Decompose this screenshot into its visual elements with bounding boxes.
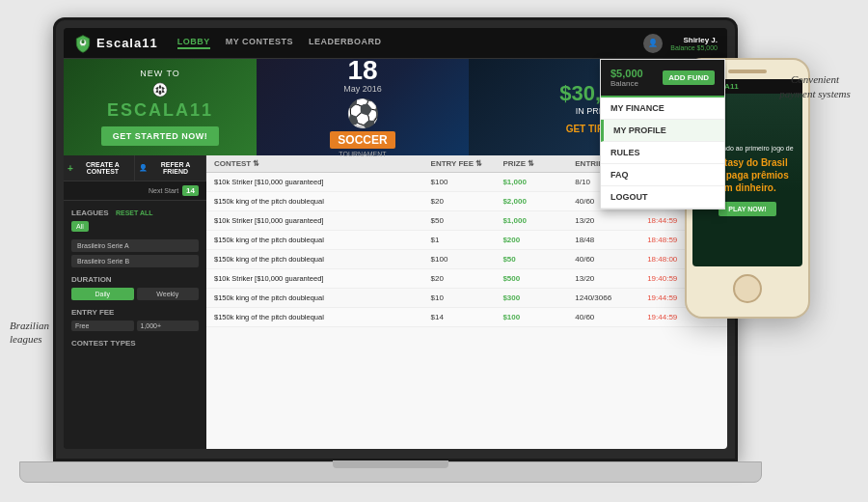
hero-month-year: May 2016 — [343, 84, 382, 94]
entry-fee: $14 — [431, 313, 503, 321]
sidebar-actions: + CREATE A CONTEST 👤 REFER A FRIEND — [64, 155, 206, 181]
table-row[interactable]: $10k Striker [$10,000 guaranteed] $50 $1… — [206, 211, 727, 231]
contest-name: $150k king of the pitch doublequal — [214, 293, 431, 302]
nav-contests[interactable]: MY CONTESTS — [226, 37, 293, 49]
table-row[interactable]: $150k king of the pitch doublequal $1 $2… — [206, 231, 727, 250]
scene: Escala11 LOBBY MY CONTESTS LEADERBOARD 👤… — [0, 0, 868, 502]
next-start-bar: Next Start 14 — [64, 181, 206, 201]
user-info: Shirley J. Balance $5,000 — [670, 36, 718, 51]
weekly-button[interactable]: Weekly — [137, 288, 200, 300]
add-fund-button[interactable]: ADD FUND — [663, 70, 715, 85]
dropdown-my-finance[interactable]: MY FINANCE — [601, 98, 724, 120]
phone-play-button[interactable]: PLAY NOW! — [719, 202, 775, 216]
table-body: $10k Striker [$10,000 guaranteed] $100 $… — [206, 173, 727, 449]
contest-name: $150k king of the pitch doublequal — [214, 197, 431, 206]
dropdown-rules[interactable]: RULES — [601, 142, 724, 164]
contest-name: $150k king of the pitch doublequal — [214, 236, 431, 244]
contest-types-label: Contest Types — [71, 339, 199, 348]
prize-amount: $300 — [502, 293, 575, 302]
duration-label: Duration — [71, 275, 199, 284]
contest-name: $150k king of the pitch doublequal — [214, 313, 431, 321]
contest-name: $150k king of the pitch doublequal — [214, 255, 431, 264]
user-name: Shirley J. — [670, 36, 718, 44]
phone-speaker — [728, 70, 767, 73]
hero-tournament-label: Tournament — [339, 151, 386, 157]
table-row[interactable]: $150k king of the pitch doublequal $14 $… — [206, 308, 727, 327]
prize-amount: $200 — [502, 236, 575, 244]
prize-amount: $500 — [502, 274, 575, 283]
user-balance: Balance $5,000 — [670, 44, 718, 51]
dropdown-balance: $5,000 — [610, 68, 643, 79]
entries-count: 40/60 — [575, 255, 647, 264]
entry-fee-label: Entry Fee — [71, 308, 199, 317]
league-serie-a[interactable]: Brasileiro Serie A — [71, 239, 199, 252]
entry-fee: $20 — [431, 197, 503, 206]
contest-name: $10k Striker [$10,000 guaranteed] — [214, 216, 431, 225]
entries-count: 13/20 — [575, 274, 647, 283]
table-row[interactable]: $150k king of the pitch doublequal $10 $… — [206, 289, 727, 308]
dropdown-menu: $5,000 Balance ADD FUND MY FINANCE MY PR… — [600, 59, 725, 209]
phone-home-button[interactable] — [733, 274, 762, 303]
entry-fee: $100 — [431, 178, 503, 186]
col-contest: Contest ⇅ — [214, 159, 431, 168]
entry-fee: $1 — [431, 236, 503, 244]
contest-name: $10k Striker [$10,000 guaranteed] — [214, 274, 431, 283]
entry-fee-free-select[interactable]: Free — [71, 321, 134, 331]
entry-fee: $100 — [431, 255, 503, 264]
logo-text: Escala11 — [96, 36, 158, 50]
entry-fee-max-select[interactable]: 1,000+ — [137, 321, 200, 331]
nav-leaderboard[interactable]: LEADERBOARD — [309, 37, 382, 49]
leagues-label: Leagues Reset All — [71, 209, 199, 217]
league-tags: All — [71, 221, 199, 232]
dropdown-faq[interactable]: FAQ — [601, 164, 724, 186]
dropdown-balance-label: Balance — [610, 79, 643, 88]
dropdown-my-profile[interactable]: MY PROFILE — [601, 120, 724, 142]
table-row[interactable]: $10k Striker [$10,000 guaranteed] $20 $5… — [206, 269, 727, 289]
filter-section: Leagues Reset All All Brasileiro Serie A… — [64, 201, 206, 449]
hero-soccer-ball-icon: ⚽ — [346, 98, 380, 129]
prize-amount: $2,000 — [502, 197, 575, 206]
header-right: 👤 Shirley J. Balance $5,000 — [643, 34, 718, 53]
dropdown-logout[interactable]: LOGOUT — [601, 186, 724, 209]
create-contest-button[interactable]: + CREATE A CONTEST — [64, 155, 135, 181]
dropdown-balance-info: $5,000 Balance — [610, 68, 643, 88]
laptop-base — [19, 461, 762, 483]
annotation-brazilian-leagues: Brazilian leagues — [10, 319, 63, 347]
reset-all-button[interactable]: Reset All — [111, 208, 158, 218]
laptop: Escala11 LOBBY MY CONTESTS LEADERBOARD 👤… — [53, 17, 738, 461]
dropdown-header: $5,000 Balance ADD FUND — [601, 60, 724, 98]
sidebar: + CREATE A CONTEST 👤 REFER A FRIEND Next… — [64, 155, 206, 449]
col-fee: Entry Fee ⇅ — [431, 159, 503, 168]
refer-friend-button[interactable]: 👤 REFER A FRIEND — [135, 155, 206, 181]
contest-name: $10k Striker [$10,000 guaranteed] — [214, 178, 431, 186]
logo: Escala11 — [73, 34, 158, 53]
user-avatar: 👤 — [643, 34, 663, 53]
prize-amount: $100 — [502, 313, 575, 321]
prize-amount: $1,000 — [502, 178, 575, 186]
nav-links: LOBBY MY CONTESTS LEADERBOARD — [177, 37, 644, 49]
app-header: Escala11 LOBBY MY CONTESTS LEADERBOARD 👤… — [64, 28, 727, 59]
entries-count: 40/60 — [575, 313, 647, 321]
next-start-badge: 14 — [182, 185, 199, 196]
hero-date: 18 — [347, 57, 377, 84]
entries-count: 13/20 — [575, 216, 647, 225]
hero-sport-label: SOCCER — [330, 131, 394, 149]
app: Escala11 LOBBY MY CONTESTS LEADERBOARD 👤… — [64, 28, 727, 449]
annotation-payment: Convenient payment systems — [776, 72, 854, 102]
nav-lobby[interactable]: LOBBY — [177, 37, 210, 49]
hero-brand: ESCALA11 — [107, 100, 213, 121]
entries-count: 1240/3066 — [575, 293, 647, 302]
hero-mid: 18 May 2016 ⚽ SOCCER Tournament — [257, 59, 469, 155]
hero-left: NEW TO ESCALA11 GET STARTED NOW! — [64, 59, 257, 155]
entry-fee: $50 — [431, 216, 503, 225]
table-row[interactable]: $150k king of the pitch doublequal $100 … — [206, 250, 727, 269]
hero-cta-button[interactable]: GET STARTED NOW! — [101, 126, 219, 146]
laptop-screen: Escala11 LOBBY MY CONTESTS LEADERBOARD 👤… — [64, 28, 727, 449]
league-serie-b[interactable]: Brasileiro Serie B — [71, 255, 199, 267]
daily-button[interactable]: Daily — [71, 288, 134, 300]
col-prize: Prize ⇅ — [502, 159, 575, 168]
laptop-notch — [333, 460, 448, 468]
entry-fee: $20 — [431, 274, 503, 283]
prize-amount: $50 — [502, 255, 575, 264]
all-tag[interactable]: All — [71, 221, 89, 232]
